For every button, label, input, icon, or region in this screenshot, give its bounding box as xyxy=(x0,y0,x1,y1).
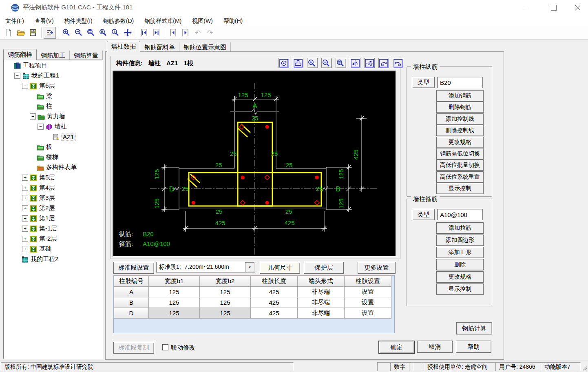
tree-expander[interactable]: + xyxy=(22,236,28,242)
toolbar-button-undo[interactable]: ↶ xyxy=(192,27,204,39)
limb-settings-cell[interactable]: 设置 xyxy=(345,308,391,319)
tree-item-基础[interactable]: +基础 xyxy=(4,244,102,254)
tree-item-梁[interactable]: 梁 xyxy=(4,91,102,101)
segment-select[interactable]: 标准段1: -7.200m~21.600m ▼ xyxy=(156,262,255,272)
maximize-button[interactable] xyxy=(544,0,564,16)
tree-item-柱[interactable]: 柱 xyxy=(4,101,102,111)
view-button-zoom-in[interactable] xyxy=(307,58,318,68)
stirrup-button-删除[interactable]: 删除 xyxy=(436,259,484,270)
tree-item-板[interactable]: 板 xyxy=(4,142,102,152)
tree-item-我的工程1[interactable]: −我的工程1 xyxy=(4,71,102,81)
stirrup-button-添加拉筋[interactable]: 添加拉筋 xyxy=(436,222,484,234)
table-cell[interactable]: 非尽端 xyxy=(298,287,345,297)
tree-expander[interactable]: − xyxy=(38,124,44,130)
toolbar-button-next-component[interactable] xyxy=(179,27,192,39)
view-button-rotate-ccw[interactable] xyxy=(393,58,403,68)
tree-expander[interactable]: + xyxy=(22,226,28,232)
menu-item-w[interactable]: 视图(W) xyxy=(187,16,218,26)
geometry-button[interactable]: 几何尺寸 xyxy=(260,262,300,274)
table-cell[interactable]: 125 xyxy=(200,297,251,308)
table-cell[interactable]: 425 xyxy=(251,297,298,308)
toolbar-button-zoom-in[interactable] xyxy=(60,27,73,39)
longitudinal-button-高低位批量切换[interactable]: 高低位批量切换 xyxy=(436,159,484,171)
table-cell[interactable]: 425 xyxy=(251,287,298,297)
link-edit-checkbox[interactable] xyxy=(162,344,168,350)
menu-item-i[interactable]: 构件类型(I) xyxy=(59,16,98,26)
longitudinal-button-钢筋高低位切换[interactable]: 钢筋高低位切换 xyxy=(436,148,484,159)
tree-item-第-2层[interactable]: +第-2层 xyxy=(4,234,102,244)
longitudinal-type-input[interactable]: B20 xyxy=(437,77,483,88)
tree-item-第3层[interactable]: +第3层 xyxy=(4,193,102,203)
toolbar-button-prev-component[interactable] xyxy=(167,27,179,39)
segment-settings-button[interactable]: 标准段设置 xyxy=(113,262,154,274)
tree-expander[interactable]: + xyxy=(22,195,28,201)
tree-expander[interactable]: + xyxy=(22,175,28,181)
view-button-center-view[interactable] xyxy=(279,58,289,68)
menu-item-d[interactable]: 钢筋参数(D) xyxy=(98,16,139,26)
toolbar-button-tree-panel-toggle[interactable] xyxy=(44,27,56,39)
menu-item-h[interactable]: 帮助(H) xyxy=(218,16,248,26)
view-button-zoom-out[interactable] xyxy=(321,58,332,68)
tree-item-第6层[interactable]: −第6层 xyxy=(4,81,102,91)
table-cell[interactable]: 425 xyxy=(251,308,298,319)
tree-item-剪力墙[interactable]: −剪力墙 xyxy=(4,111,102,122)
table-cell[interactable]: 125 xyxy=(200,308,251,319)
tree-item-多构件表单[interactable]: 多构件表单 xyxy=(4,162,102,173)
left-tab-钢筋加工[interactable]: 钢筋加工 xyxy=(37,51,70,60)
tree-item-墙柱[interactable]: −墙柱 xyxy=(4,122,102,132)
toolbar-button-save-file[interactable] xyxy=(27,27,39,39)
longitudinal-button-添加控制线[interactable]: 添加控制线 xyxy=(436,113,484,125)
tree-expander[interactable]: − xyxy=(22,83,28,89)
tree-expander[interactable]: + xyxy=(22,205,28,211)
main-tab-墙柱数据[interactable]: 墙柱数据 xyxy=(107,41,140,52)
left-tab-钢筋算量[interactable]: 钢筋算量 xyxy=(70,51,103,60)
tree-item-第5层[interactable]: +第5层 xyxy=(4,173,102,183)
help-button[interactable]: 帮助 xyxy=(456,341,491,353)
view-button-mirror-horizontal[interactable] xyxy=(364,58,375,68)
menu-item-v[interactable]: 查看(V) xyxy=(29,16,59,26)
stirrup-type-input[interactable]: A10@100 xyxy=(437,209,483,220)
resize-grip[interactable] xyxy=(581,364,588,371)
tree-item-第-1层[interactable]: +第-1层 xyxy=(4,224,102,234)
tree-item-第1层[interactable]: +第1层 xyxy=(4,213,102,224)
minimize-button[interactable] xyxy=(515,0,535,16)
menu-item-m[interactable]: 钢筋样式库(M) xyxy=(139,16,187,26)
view-button-zoom-extents[interactable] xyxy=(336,58,346,68)
tree-item-第4层[interactable]: +第4层 xyxy=(4,183,102,193)
wall-column-section-drawing[interactable]: 125125A252525425125125D25252525B12512525… xyxy=(113,71,396,256)
rebar-calculate-button[interactable]: 钢筋计算 xyxy=(456,322,492,334)
tree-item-AZ1[interactable]: AZ1 xyxy=(4,132,102,142)
tree-item-楼梯[interactable]: 楼梯 xyxy=(4,152,102,162)
close-button[interactable] xyxy=(568,0,588,16)
longitudinal-button-删除钢筋[interactable]: 删除钢筋 xyxy=(436,102,484,113)
toolbar-button-new-file[interactable] xyxy=(2,27,15,39)
tree-expander[interactable]: − xyxy=(14,73,20,79)
table-cell[interactable]: 125 xyxy=(149,287,200,297)
longitudinal-type-button[interactable]: 类型 xyxy=(412,77,435,88)
stirrup-button-更改规格[interactable]: 更改规格 xyxy=(436,271,484,283)
toolbar-button-open-file[interactable] xyxy=(15,27,27,39)
limb-settings-cell[interactable]: 设置 xyxy=(345,297,391,308)
table-cell[interactable]: 非尽端 xyxy=(298,308,345,319)
chevron-down-icon[interactable]: ▼ xyxy=(245,262,254,272)
tree-expander[interactable]: + xyxy=(22,215,28,221)
table-cell[interactable]: 125 xyxy=(200,287,251,297)
toolbar-button-zoom-dynamic[interactable]: a xyxy=(109,27,122,39)
main-tab-钢筋位置示意图[interactable]: 钢筋位置示意图 xyxy=(179,42,231,52)
toolbar-button-zoom-out[interactable] xyxy=(73,27,85,39)
toolbar-button-zoom-window[interactable] xyxy=(85,27,97,39)
ok-button[interactable]: 确定 xyxy=(378,341,415,354)
longitudinal-button-高低位系统重置[interactable]: 高低位系统重置 xyxy=(436,171,484,183)
table-cell[interactable]: 125 xyxy=(149,297,200,308)
tree-item-工程项目[interactable]: 工程项目 xyxy=(4,60,102,71)
more-settings-button[interactable]: 更多设置 xyxy=(358,262,396,274)
toolbar-button-zoom-extents[interactable] xyxy=(97,27,109,39)
menu-item-f[interactable]: 文件(F) xyxy=(0,16,29,26)
toolbar-button-pan[interactable] xyxy=(122,27,134,39)
toolbar-button-redo[interactable]: ↷ xyxy=(204,27,216,39)
cover-button[interactable]: 保护层 xyxy=(304,262,344,274)
tree-item-第2层[interactable]: +第2层 xyxy=(4,203,102,213)
stirrup-button-添加L形[interactable]: 添加 L 形 xyxy=(436,247,484,258)
stirrup-button-添加四边形[interactable]: 添加四边形 xyxy=(436,235,484,246)
view-button-mirror-vertical[interactable] xyxy=(350,58,360,68)
